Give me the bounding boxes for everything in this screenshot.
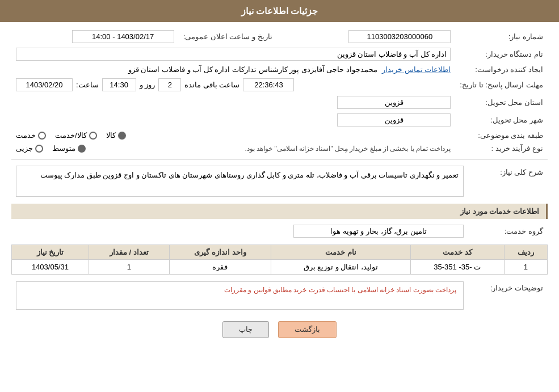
announcement-date-value: 1403/02/17 - 14:00 (72, 30, 174, 43)
response-deadline-label: مهلت ارسال پاسخ: تا تاریخ: (455, 76, 548, 94)
general-desc-value: تعمیر و نگهداری تاسیسات برقی آب و فاضلاب… (16, 166, 464, 197)
purchase-small-label: جزیی (16, 144, 33, 153)
response-days-value: 2 (158, 78, 181, 91)
services-section-title: اطلاعات خدمات مورد نیاز (11, 204, 548, 219)
need-number-value: 1103003203000060 (348, 30, 451, 43)
purchase-small-radio-icon (35, 145, 43, 153)
page-header: جزئیات اطلاعات نیاز (0, 0, 559, 22)
announcement-date-label: تاریخ و ساعت اعلان عمومی: (179, 28, 277, 45)
purchase-note: پرداخت تمام یا بخشی از مبلغ خریدار مِحل … (90, 145, 451, 153)
need-number-label: شماره نیاز: (455, 28, 548, 45)
table-row: 1 ت -35- 351-35 تولید، انتقال و توزیع بر… (12, 260, 548, 275)
response-days-label: روز و (140, 81, 155, 89)
buyer-org-value: اداره کل آب و فاضلاب استان قزوین (16, 48, 451, 61)
category-kala-label: کالا (106, 131, 116, 140)
response-remaining-value: 22:36:43 (243, 78, 294, 91)
category-khadamat-label: خدمت (16, 131, 36, 140)
category-kala-khadamat-label: کالا/خدمت (55, 131, 87, 140)
category-khadamat-radio[interactable]: خدمت (16, 131, 46, 140)
col-row: ردیف (504, 245, 547, 260)
col-unit: واحد اندازه گیری (169, 245, 271, 260)
col-name: نام خدمت (271, 245, 410, 260)
category-kala-radio[interactable]: کالا (106, 131, 126, 140)
back-button[interactable]: بازگشت (278, 321, 337, 338)
response-remaining-label: ساعت باقی مانده (184, 81, 239, 89)
service-group-value: تامین برق، گاز، بخار و تهویه هوا (293, 225, 464, 238)
cell-date: 1403/05/31 (12, 260, 89, 275)
purchase-medium-label: متوسط (52, 144, 75, 153)
category-kala-khadamat-radio-icon (89, 132, 97, 140)
response-time-value: 14:30 (102, 78, 136, 91)
buyer-desc-label: توضیحات خریدار: (468, 279, 548, 312)
cell-count: 1 (89, 260, 169, 275)
service-group-label: گروه خدمت: (468, 222, 548, 240)
purchase-medium-radio-icon (78, 145, 86, 153)
purchase-medium-radio[interactable]: متوسط (52, 144, 86, 153)
cell-name: تولید، انتقال و توزیع برق (271, 260, 410, 275)
services-table: ردیف کد خدمت نام خدمت واحد اندازه گیری ت… (11, 245, 548, 275)
general-desc-label: شرح کلی نیاز: (468, 163, 548, 199)
col-code: کد خدمت (410, 245, 504, 260)
col-count: تعداد / مقدار (89, 245, 169, 260)
purchase-type-label: نوع فرآیند خرید : (455, 142, 548, 155)
button-row: بازگشت چاپ (11, 321, 548, 338)
city-label: شهر محل تحویل: (455, 111, 548, 129)
purchase-small-radio[interactable]: جزیی (16, 144, 43, 153)
buyer-desc-value: پرداخت بصورت اسناد خزانه اسلامی با احتسا… (222, 283, 459, 297)
requester-label: ایجاد کننده درخواست: (455, 63, 548, 76)
cell-unit: فقره (169, 260, 271, 275)
category-kala-khadamat-radio[interactable]: کالا/خدمت (55, 131, 97, 140)
response-date-value: 1403/02/20 (16, 78, 73, 91)
buyer-org-label: نام دستگاه خریدار: (455, 45, 548, 63)
category-khadamat-radio-icon (38, 132, 46, 140)
category-kala-radio-icon (118, 132, 126, 140)
city-value: قزوین (337, 113, 451, 127)
col-date: تاریخ نیاز (12, 245, 89, 260)
print-button[interactable]: چاپ (222, 321, 269, 338)
province-value: قزوین (337, 96, 451, 109)
response-time-label: ساعت: (76, 81, 99, 89)
cell-row: 1 (504, 260, 547, 275)
requester-name: محمدجواد حاجی آفایزدی پور کارشناس تدارکا… (128, 65, 377, 74)
requester-contact-link[interactable]: اطلاعات تماس خریدار (382, 65, 451, 74)
page-title: جزئیات اطلاعات نیاز (241, 6, 318, 16)
buyer-desc-box: پرداخت بصورت اسناد خزانه اسلامی با احتسا… (16, 281, 464, 310)
cell-code: ت -35- 351-35 (410, 260, 504, 275)
province-label: استان محل تحویل: (455, 94, 548, 111)
category-label: طبقه بندی موضوعی: (455, 129, 548, 142)
